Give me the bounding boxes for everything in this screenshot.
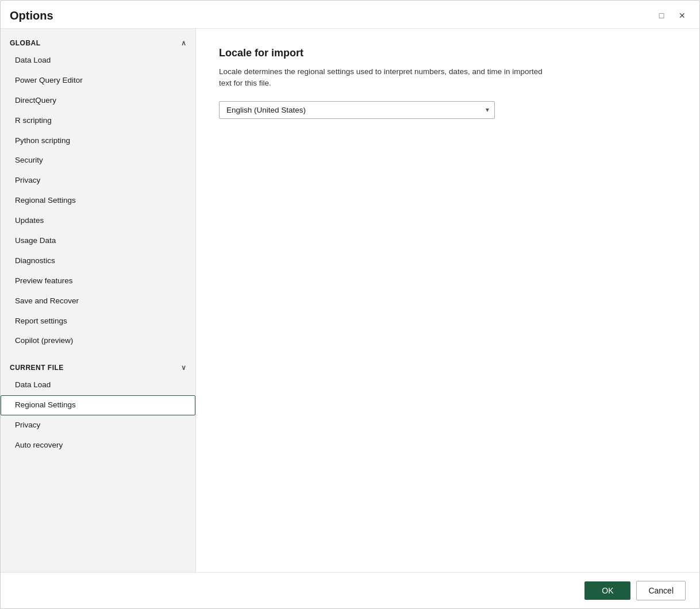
window-controls: □ ✕: [653, 7, 690, 24]
sidebar-item-save-and-recover[interactable]: Save and Recover: [1, 291, 195, 311]
sidebar-item-data-load[interactable]: Data Load: [1, 51, 195, 71]
current-file-chevron-icon: ∨: [181, 364, 186, 372]
global-chevron-icon: ∧: [181, 39, 186, 47]
dialog-footer: OK Cancel: [1, 572, 699, 608]
sidebar-item-cf-privacy[interactable]: Privacy: [1, 415, 195, 435]
sidebar-section-current-file[interactable]: CURRENT FILE ∨: [1, 358, 195, 375]
current-file-section-label: CURRENT FILE: [10, 364, 64, 372]
section-desc-line2: text for this file.: [219, 79, 271, 87]
close-button[interactable]: ✕: [674, 7, 690, 24]
sidebar-item-cf-regional-settings[interactable]: Regional Settings: [1, 395, 195, 415]
sidebar-item-copilot-preview[interactable]: Copilot (preview): [1, 331, 195, 351]
options-dialog: Options □ ✕ GLOBAL ∧ Data LoadPower Quer…: [0, 0, 700, 609]
main-content: Locale for import Locale determines the …: [196, 29, 699, 572]
sidebar-item-cf-auto-recovery[interactable]: Auto recovery: [1, 435, 195, 456]
sidebar-section-global[interactable]: GLOBAL ∧: [1, 33, 195, 51]
title-bar: Options □ ✕: [1, 1, 699, 28]
sidebar-item-r-scripting[interactable]: R scripting: [1, 111, 195, 131]
locale-select-wrapper: English (United States)English (United K…: [219, 101, 495, 119]
sidebar-item-regional-settings[interactable]: Regional Settings: [1, 191, 195, 211]
sidebar-item-directquery[interactable]: DirectQuery: [1, 91, 195, 111]
dialog-title: Options: [10, 9, 53, 22]
ok-button[interactable]: OK: [584, 581, 630, 600]
sidebar-item-preview-features[interactable]: Preview features: [1, 271, 195, 291]
sidebar-item-usage-data[interactable]: Usage Data: [1, 231, 195, 251]
global-items-list: Data LoadPower Query EditorDirectQueryR …: [1, 51, 195, 351]
sidebar-item-privacy[interactable]: Privacy: [1, 171, 195, 191]
section-title: Locale for import: [219, 47, 676, 59]
section-desc-line1: Locale determines the regional settings …: [219, 67, 543, 76]
sidebar-item-security[interactable]: Security: [1, 151, 195, 171]
sidebar-item-python-scripting[interactable]: Python scripting: [1, 131, 195, 151]
sidebar-item-power-query-editor[interactable]: Power Query Editor: [1, 71, 195, 91]
sidebar-item-updates[interactable]: Updates: [1, 211, 195, 231]
cancel-button[interactable]: Cancel: [636, 581, 686, 600]
dialog-body: GLOBAL ∧ Data LoadPower Query EditorDire…: [1, 28, 699, 572]
current-file-items-list: Data LoadRegional SettingsPrivacyAuto re…: [1, 375, 195, 456]
sidebar: GLOBAL ∧ Data LoadPower Query EditorDire…: [1, 29, 196, 572]
section-description: Locale determines the regional settings …: [219, 66, 621, 90]
sidebar-scroll-area[interactable]: GLOBAL ∧ Data LoadPower Query EditorDire…: [1, 29, 195, 572]
sidebar-item-report-settings[interactable]: Report settings: [1, 311, 195, 332]
maximize-button[interactable]: □: [653, 7, 670, 24]
locale-select[interactable]: English (United States)English (United K…: [219, 101, 495, 119]
sidebar-item-diagnostics[interactable]: Diagnostics: [1, 251, 195, 271]
global-section-label: GLOBAL: [10, 39, 41, 47]
sidebar-item-cf-data-load[interactable]: Data Load: [1, 375, 195, 395]
